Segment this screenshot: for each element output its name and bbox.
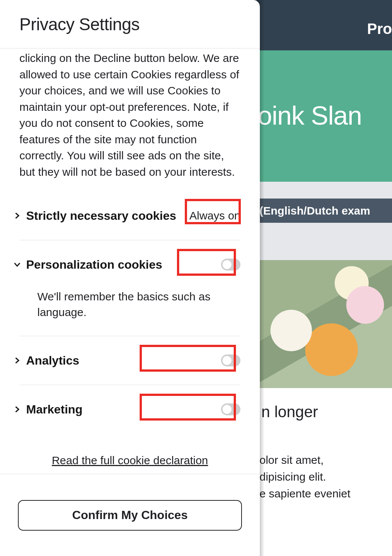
category-name: Analytics — [26, 354, 140, 368]
category-marketing: Marketing — [19, 385, 240, 434]
category-strictly-necessary: Strictly necessary cookies Always on — [19, 191, 240, 240]
always-on-label: Always on — [189, 209, 240, 222]
chevron-down-icon — [13, 261, 22, 268]
chevron-right-icon — [13, 212, 22, 219]
breadcrumb-text: (English/Dutch exam — [259, 204, 370, 217]
toggle-analytics[interactable] — [221, 354, 240, 366]
category-description: We'll remember the basics such as langua… — [19, 289, 240, 336]
category-header[interactable]: Analytics — [19, 336, 240, 385]
category-header[interactable]: Strictly necessary cookies Always on — [19, 191, 240, 240]
category-analytics: Analytics — [19, 336, 240, 385]
article-heading-fragment: n longer — [261, 403, 318, 421]
toggle-marketing[interactable] — [221, 403, 240, 415]
category-header[interactable]: Marketing — [19, 385, 240, 434]
category-name: Marketing — [26, 403, 140, 416]
category-name: Personalization cookies — [26, 258, 177, 272]
confirm-my-choices-button[interactable]: Confirm My Choices — [18, 500, 242, 531]
article-image-flowers — [258, 260, 392, 388]
panel-title: Privacy Settings — [19, 14, 140, 34]
chevron-right-icon — [13, 357, 22, 364]
declaration-row: Read the full cookie declaration — [19, 434, 240, 467]
panel-footer: Confirm My Choices — [0, 474, 260, 556]
nav-link-pro[interactable]: Pro — [367, 21, 392, 37]
category-personalization: Personalization cookies We'll remember t… — [19, 240, 240, 336]
panel-header: Privacy Settings — [0, 0, 260, 49]
toggle-personalization[interactable] — [221, 259, 240, 271]
full-cookie-declaration-link[interactable]: Read the full cookie declaration — [52, 454, 208, 466]
hero-title-fragment: oink Slan — [258, 101, 362, 131]
privacy-settings-panel: Privacy Settings clicking on the Decline… — [0, 0, 260, 556]
category-name: Strictly necessary cookies — [26, 209, 189, 223]
panel-body: clicking on the Decline button below. We… — [0, 49, 260, 474]
chevron-right-icon — [13, 406, 22, 413]
panel-intro-text: clicking on the Decline button below. We… — [19, 49, 240, 191]
article-body-fragment: olor sit amet, dipisicing elit. e sapien… — [259, 452, 351, 502]
category-header[interactable]: Personalization cookies — [19, 240, 240, 289]
